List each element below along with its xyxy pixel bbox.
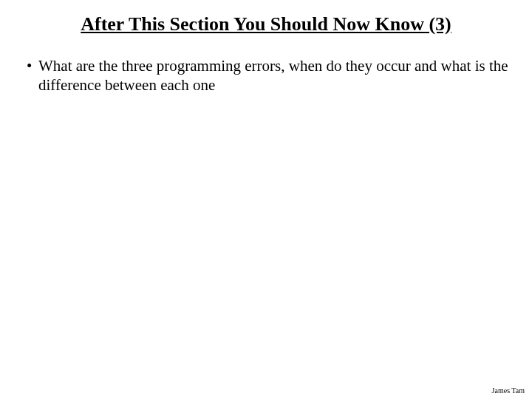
footer-author: James Tam bbox=[492, 386, 525, 395]
slide-title: After This Section You Should Now Know (… bbox=[22, 13, 510, 35]
bullet-list: What are the three programming errors, w… bbox=[22, 56, 510, 95]
bullet-item: What are the three programming errors, w… bbox=[27, 56, 510, 95]
slide-container: After This Section You Should Now Know (… bbox=[0, 0, 532, 399]
